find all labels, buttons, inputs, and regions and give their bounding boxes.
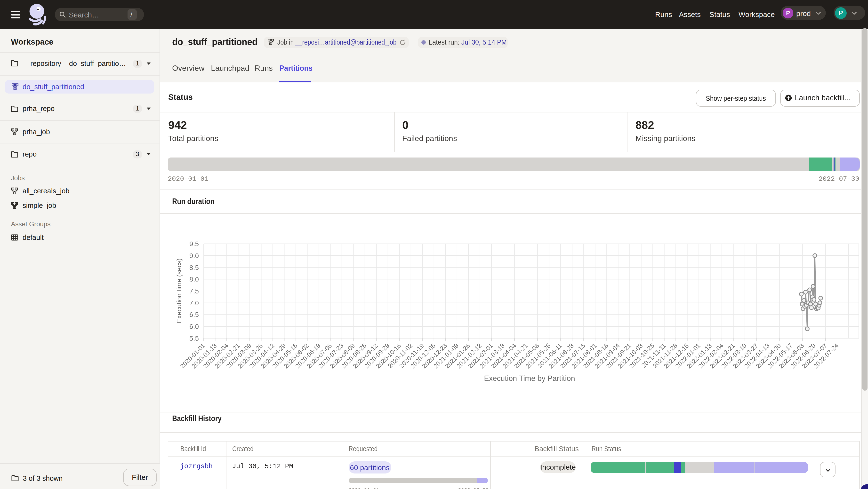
svg-text:9.0: 9.0 (189, 252, 199, 260)
svg-text:8.0: 8.0 (189, 275, 199, 283)
svg-text:5.5: 5.5 (189, 335, 199, 342)
svg-text:Execution time (secs): Execution time (secs) (175, 258, 183, 323)
svg-text:7.0: 7.0 (189, 299, 199, 307)
svg-text:6.5: 6.5 (189, 311, 199, 318)
svg-text:7.5: 7.5 (189, 287, 199, 295)
svg-text:8.5: 8.5 (189, 264, 199, 271)
svg-text:Execution Time by Partition: Execution Time by Partition (484, 374, 575, 383)
svg-text:6.0: 6.0 (189, 323, 199, 330)
svg-text:9.5: 9.5 (189, 240, 199, 248)
